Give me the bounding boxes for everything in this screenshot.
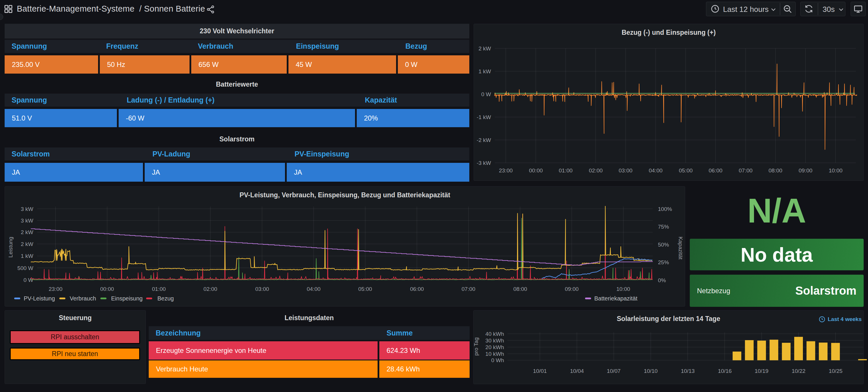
svg-text:10/10: 10/10 [644,368,658,374]
svg-text:10/13: 10/13 [681,368,695,374]
svg-text:10/19: 10/19 [754,368,769,374]
svg-text:10/16: 10/16 [718,368,732,374]
svg-text:0 Wh: 0 Wh [491,357,504,363]
svg-text:10/07: 10/07 [607,368,621,374]
svg-text:10 kWh: 10 kWh [486,351,504,357]
svg-text:10/04: 10/04 [570,368,584,374]
svg-text:10/22: 10/22 [792,368,806,374]
svg-text:10/01: 10/01 [533,368,547,374]
svg-text:20 kWh: 20 kWh [486,344,504,350]
svg-text:40 kWh: 40 kWh [486,331,504,337]
svg-text:10/25: 10/25 [829,368,842,374]
svg-text:30 kWh: 30 kWh [486,338,504,344]
svg-text:pro Tag: pro Tag [473,337,479,356]
